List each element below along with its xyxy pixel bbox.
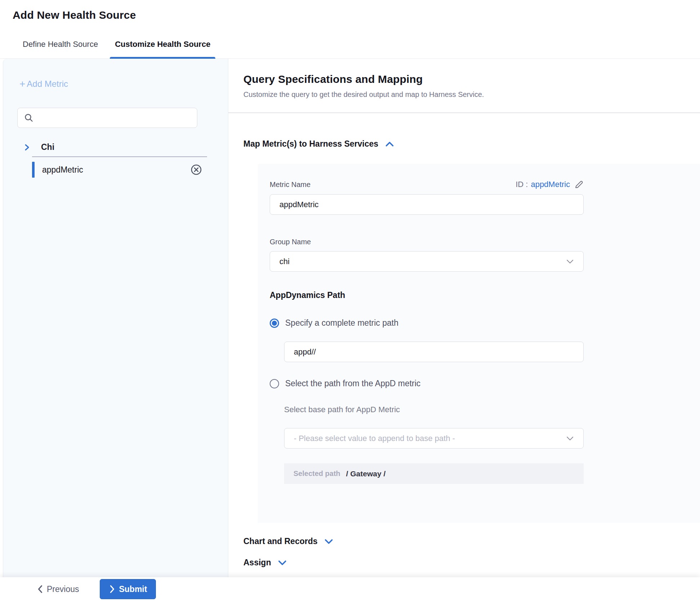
metric-item-label: appdMetric [42,165,83,175]
group-name-select[interactable]: chi [270,251,584,272]
chevron-left-icon [37,584,43,594]
chevron-down-icon [566,259,574,264]
search-icon [24,113,33,123]
metric-group-row[interactable]: Chi [23,142,228,152]
pencil-edit-icon [574,180,584,189]
radio-selected-icon[interactable] [270,319,279,328]
selected-metric-bar [32,162,35,178]
base-path-label: Select base path for AppD Metric [284,405,700,414]
assign-title: Assign [243,558,271,567]
panel-heading: Query Specifications and Mapping [243,73,700,85]
previous-button[interactable]: Previous [32,584,83,594]
selected-path-value: / Gateway / [346,469,386,478]
map-metrics-section-toggle[interactable]: Map Metric(s) to Harness Services [243,139,700,149]
heading-divider [228,112,700,113]
chart-and-records-title: Chart and Records [243,537,318,546]
metric-mapping-card: Metric Name ID : appdMetric Group Name [258,164,700,523]
delete-metric-button[interactable] [190,164,202,175]
metric-search-input[interactable] [33,108,197,128]
group-divider [32,156,207,157]
group-name-value: chi [279,257,290,266]
radio-unselected-icon[interactable] [270,379,279,388]
assign-section-toggle[interactable]: Assign [243,558,700,567]
tab-define-health-source[interactable]: Define Health Source [18,30,103,58]
appdynamics-path-title: AppDynamics Path [270,290,700,300]
base-path-select[interactable]: - Please select value to append to base … [284,428,584,449]
radio-complete-metric-path[interactable]: Specify a complete metric path [270,318,700,328]
radio-complete-metric-path-label: Specify a complete metric path [285,318,398,328]
chevron-right-icon [109,584,115,594]
chart-and-records-section-toggle[interactable]: Chart and Records [243,537,700,546]
submit-button[interactable]: Submit [100,579,156,599]
metric-id-row: ID : appdMetric [516,180,584,189]
add-health-source-dialog: Add New Health Source Define Health Sour… [0,0,700,601]
plus-icon: + [19,79,25,89]
radio-select-path[interactable]: Select the path from the AppD metric [270,379,700,388]
submit-button-label: Submit [119,584,147,594]
metrics-sidebar: + Add Metric Chi appdMetric [3,59,228,577]
query-specs-panel: Query Specifications and Mapping Customi… [228,59,700,577]
selected-path-label: Selected path [293,469,340,478]
dialog-footer: Previous Submit [0,577,700,601]
edit-id-button[interactable] [574,180,584,189]
add-metric-button[interactable]: + Add Metric [19,79,68,89]
chevron-down-icon [324,538,333,545]
page-title: Add New Health Source [13,9,136,21]
id-prefix-label: ID : [516,180,528,189]
metric-list-item[interactable]: appdMetric [3,159,228,180]
metric-search-box [17,108,197,128]
radio-select-path-label: Select the path from the AppD metric [285,379,421,388]
chevron-right-icon [23,143,31,151]
chevron-down-icon [278,560,287,566]
delete-circle-x-icon [190,164,202,175]
group-name-label: Group Name [270,238,700,246]
tab-bar: Define Health Source Customize Health So… [0,30,700,59]
add-metric-label: Add Metric [27,79,68,89]
previous-button-label: Previous [47,584,79,594]
tab-customize-health-source[interactable]: Customize Health Source [110,30,215,58]
base-path-placeholder: - Please select value to append to base … [294,434,455,443]
metric-path-input[interactable] [284,342,584,362]
metric-name-label: Metric Name [270,181,310,189]
panel-subheading: Customize the query to get the desired o… [243,90,700,99]
metric-id-link[interactable]: appdMetric [531,180,570,189]
metric-group-label: Chi [41,142,54,152]
chevron-up-icon [385,141,394,147]
selected-path-row: Selected path / Gateway / [284,463,584,484]
chevron-down-icon [566,436,574,441]
dialog-body: + Add Metric Chi appdMetric [0,59,700,577]
metric-name-input[interactable] [270,194,584,215]
dialog-title-bar: Add New Health Source [0,0,700,30]
map-metrics-section-title: Map Metric(s) to Harness Services [243,139,378,149]
